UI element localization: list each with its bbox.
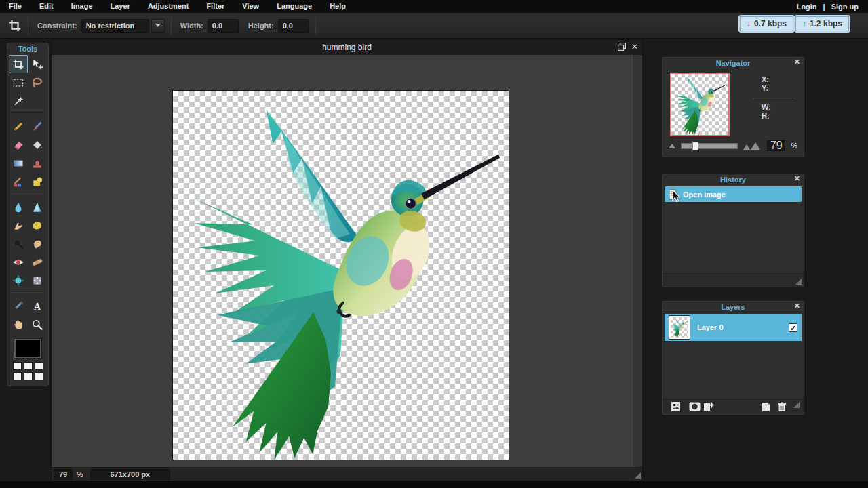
draw-tool[interactable] [28, 172, 47, 190]
zoom-slider-handle[interactable] [692, 142, 698, 150]
history-header[interactable]: History ✕ [662, 174, 804, 185]
panel-resize-grip[interactable] [793, 402, 800, 408]
panel-resize-grip[interactable] [795, 279, 802, 285]
sharpen-tool[interactable] [28, 198, 47, 216]
zoom-tool[interactable] [28, 315, 47, 333]
pencil-tool[interactable] [9, 117, 28, 136]
palette-swatch[interactable] [13, 362, 22, 370]
layer-row-layer0[interactable]: Layer 0 ✓ [665, 314, 802, 341]
smudge-tool[interactable] [9, 216, 28, 235]
palette-swatch[interactable] [35, 362, 43, 370]
hand-tool[interactable] [9, 315, 28, 333]
brush-icon [31, 121, 43, 133]
add-layer-mask-button[interactable] [689, 402, 701, 411]
new-layer-button[interactable] [762, 402, 770, 412]
bloat-icon [12, 274, 24, 287]
history-entry-open-image[interactable]: Open image [665, 186, 802, 202]
menu-edit[interactable]: Edit [31, 0, 62, 13]
zoom-percent-label: % [77, 470, 83, 479]
constraint-dropdown[interactable]: No restriction [81, 19, 149, 33]
blur-icon [12, 201, 24, 214]
bucket-icon [31, 139, 43, 151]
constraint-label: Constraint: [37, 22, 77, 30]
zoom-in-icon[interactable] [743, 142, 760, 150]
eraser-tool[interactable] [9, 136, 28, 154]
marquee-tool[interactable] [9, 73, 28, 92]
move-tool[interactable] [28, 55, 47, 73]
empty-slot [28, 92, 47, 110]
menu-language[interactable]: Language [268, 0, 321, 13]
width-field[interactable]: 0.0 [208, 19, 239, 33]
window-resize-grip[interactable] [634, 472, 641, 479]
height-field[interactable]: 0.0 [278, 19, 309, 33]
blur-tool[interactable] [9, 198, 28, 216]
hand-icon [12, 319, 24, 331]
layer-settings-button[interactable] [671, 401, 681, 412]
color-replace-tool[interactable] [9, 172, 28, 190]
brush-tool[interactable] [28, 117, 47, 136]
history-entry-label: Open image [683, 190, 726, 199]
vertical-scrollbar[interactable] [632, 55, 642, 467]
close-window-icon[interactable]: ✕ [631, 42, 638, 52]
history-list: Open image [665, 186, 802, 272]
palette-swatch[interactable] [24, 362, 33, 370]
wand-tool[interactable] [9, 92, 28, 110]
image-window-titlebar[interactable]: humming bird ✕ [52, 40, 642, 55]
zoom-icon [31, 319, 43, 331]
crop-icon [12, 58, 24, 70]
close-icon[interactable]: ✕ [794, 302, 800, 310]
layers-title: Layers [721, 303, 745, 311]
bloat-tool[interactable] [9, 271, 28, 289]
navigator-thumbnail[interactable] [670, 73, 730, 136]
menu-help[interactable]: Help [321, 0, 355, 13]
layers-header[interactable]: Layers ✕ [662, 301, 804, 312]
menu-filter[interactable]: Filter [197, 0, 233, 13]
menu-file[interactable]: File [0, 0, 31, 13]
bucket-tool[interactable] [28, 136, 47, 154]
image-window: humming bird ✕ 79 % 671x700 px [51, 39, 643, 481]
tool-options-bar: Constraint: No restriction Width: 0.0 He… [0, 13, 868, 39]
menu-view[interactable]: View [233, 0, 268, 13]
heal-tool[interactable] [28, 253, 47, 271]
layer-mask-icon [689, 402, 701, 411]
crop-icon [8, 19, 22, 33]
menu-image[interactable]: Image [62, 0, 102, 13]
close-icon[interactable]: ✕ [794, 58, 800, 66]
palette-swatch[interactable] [35, 372, 43, 380]
lasso-tool[interactable] [28, 73, 47, 92]
gradient-tool[interactable] [9, 154, 28, 172]
pinch-tool[interactable] [28, 271, 47, 289]
palette-swatch[interactable] [24, 372, 33, 380]
layers-toolbar [663, 399, 804, 414]
foreground-color-swatch[interactable] [14, 339, 41, 358]
zoom-out-icon[interactable] [669, 144, 675, 148]
add-layer-style-button[interactable] [703, 401, 715, 412]
restore-window-icon[interactable] [618, 43, 626, 51]
type-tool[interactable]: A [28, 297, 47, 315]
burn-tool[interactable] [28, 235, 47, 253]
signup-link[interactable]: Sign up [831, 3, 859, 11]
zoom-level-field[interactable]: 79 [54, 469, 73, 480]
dodge-tool[interactable] [9, 235, 28, 253]
crop-tool[interactable] [9, 55, 28, 73]
draw-icon [31, 176, 43, 188]
layer-visibility-checkbox[interactable]: ✓ [789, 323, 797, 332]
delete-layer-button[interactable] [777, 402, 787, 412]
clone-stamp-tool[interactable] [28, 154, 47, 172]
eyedropper-tool[interactable] [9, 297, 28, 315]
close-icon[interactable]: ✕ [794, 174, 800, 183]
navigator-zoom-field[interactable]: 79 [767, 140, 785, 151]
sponge-tool[interactable] [28, 216, 47, 235]
red-eye-tool[interactable] [9, 253, 28, 271]
login-link[interactable]: Login [797, 3, 817, 11]
menu-layer[interactable]: Layer [102, 0, 139, 13]
navigator-header[interactable]: Navigator ✕ [662, 57, 804, 68]
window-controls: ✕ [618, 42, 638, 52]
constraint-dropdown-button[interactable] [151, 19, 165, 33]
palette-swatch[interactable] [13, 372, 22, 380]
layer-thumbnail [669, 315, 690, 340]
tools-panel: Tools [7, 43, 49, 386]
menu-adjustment[interactable]: Adjustment [139, 0, 198, 13]
canvas[interactable] [172, 90, 509, 460]
zoom-slider[interactable] [681, 143, 738, 149]
